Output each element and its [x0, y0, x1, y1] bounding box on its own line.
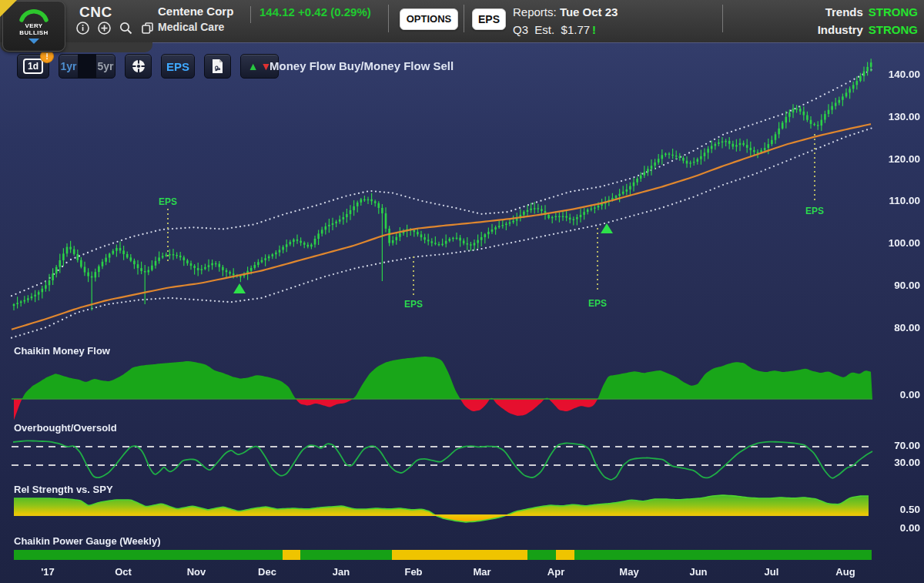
add-icon[interactable]	[98, 22, 111, 35]
chart-canvas	[0, 0, 924, 583]
panel-title-power-gauge: Chaikin Power Gauge (Weekly)	[14, 535, 160, 547]
trends-value: STRONG	[869, 5, 918, 18]
industry-label: Industry	[818, 23, 863, 36]
range-toggle: 1yr 5yr	[59, 54, 116, 79]
estimate-alert-icon: !	[592, 23, 596, 36]
divider	[722, 5, 723, 32]
timeframe-label: 1d	[23, 59, 43, 74]
crosshair-target-button[interactable]	[125, 54, 152, 79]
reports-label: Reports:	[513, 5, 557, 18]
sentiment-rating-text: VERYBULLISH	[19, 22, 48, 36]
copy-icon[interactable]	[141, 22, 154, 35]
divider	[78, 55, 96, 78]
divider	[388, 5, 389, 32]
price-change-pct: (0.29%)	[330, 5, 371, 18]
chaikin-analytics-app: CNC Centene Corp Medical Care 144.12 +0.…	[0, 0, 924, 583]
panel-title-money-flow: Chaikin Money Flow	[14, 345, 110, 357]
bullish-gauge-icon	[16, 4, 52, 22]
earnings-report-info: Reports: Tue Oct 23 Q3 Est. $1.77!	[513, 3, 618, 39]
trends-industry-block: TrendsSTRONG IndustrySTRONG	[818, 3, 918, 39]
company-name: Centene Corp	[158, 5, 233, 18]
ticker-symbol: CNC	[79, 4, 112, 21]
price-quote: 144.12 +0.42 (0.29%)	[259, 5, 371, 18]
eps-report-button[interactable]: EPS	[472, 8, 506, 30]
chart-toolbar: 1d ! 1yr 5yr EPS ▲ ▼	[17, 54, 279, 79]
range-5yr-button[interactable]: 5yr	[96, 60, 115, 72]
info-icon[interactable]	[76, 22, 89, 35]
report-quarter: Q3	[513, 23, 528, 36]
reports-date: Tue Oct 23	[560, 5, 618, 18]
sector-name: Medical Care	[158, 21, 224, 33]
search-icon[interactable]	[119, 22, 132, 35]
panel-title-rel-strength: Rel Strength vs. SPY	[14, 484, 113, 495]
panel-title-overbought-oversold: Overbought/Oversold	[14, 422, 117, 434]
options-button[interactable]: OPTIONS	[400, 8, 458, 30]
pdf-file-icon	[211, 59, 224, 74]
divider	[464, 5, 464, 32]
timeframe-1d-button[interactable]: 1d !	[17, 54, 49, 79]
divider	[250, 6, 251, 23]
estimate-value: $1.77	[561, 23, 591, 36]
chevron-down-icon	[28, 39, 39, 44]
signals-legend-title: Money Flow Buy/Money Flow Sell	[270, 59, 454, 72]
ticker-actions	[76, 22, 154, 35]
industry-value: STRONG	[869, 23, 918, 36]
range-1yr-button[interactable]: 1yr	[59, 60, 78, 72]
pdf-export-button[interactable]	[204, 54, 231, 79]
eps-overlay-button[interactable]: EPS	[161, 54, 195, 79]
estimate-label: Est.	[534, 23, 554, 36]
corner-fold-ribbon	[0, 0, 17, 17]
target-icon	[131, 59, 146, 74]
trends-label: Trends	[825, 5, 863, 18]
last-price: 144.12	[259, 5, 295, 18]
header-bar: CNC Centene Corp Medical Care 144.12 +0.…	[0, 0, 924, 42]
price-change: +0.42	[298, 5, 327, 18]
buy-triangle-icon: ▲	[248, 60, 259, 72]
